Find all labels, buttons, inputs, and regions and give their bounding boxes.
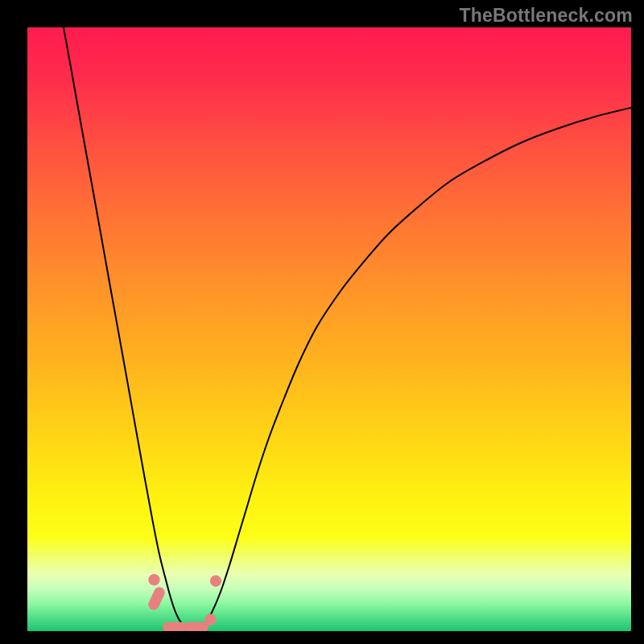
svg-point-6 [210,576,221,587]
svg-rect-3 [163,622,187,631]
data-markers [27,27,631,631]
svg-rect-4 [184,622,208,631]
watermark-text: TheBottleneck.com [459,5,633,27]
svg-point-1 [148,574,159,585]
svg-point-5 [204,614,216,625]
chart-area [27,27,631,631]
svg-rect-2 [147,585,167,612]
